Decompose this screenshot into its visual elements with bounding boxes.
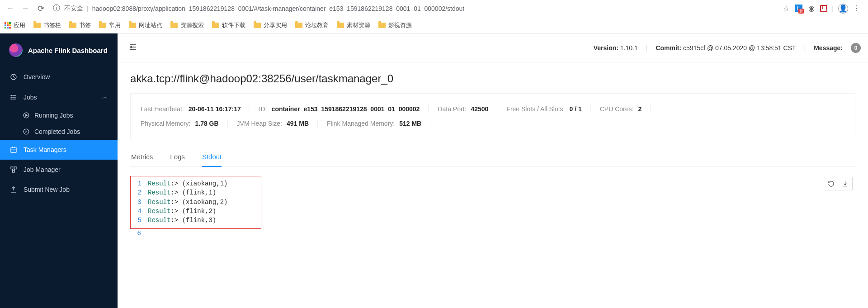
info-dataport: Data Port:42500 <box>438 102 488 116</box>
folder-icon <box>212 23 219 28</box>
tabs: Metrics Logs Stdout <box>130 147 855 167</box>
apps-shortcut[interactable]: 应用 <box>5 21 25 29</box>
browser-actions: ☆ 🅿新 ◉ | 👤 ⋮ <box>782 4 864 14</box>
svg-rect-15 <box>14 167 16 169</box>
folder-icon <box>99 23 106 28</box>
folder-icon <box>254 23 261 28</box>
nav-job-manager[interactable]: Job Manager <box>0 160 118 180</box>
bookmark-folder[interactable]: 论坛教育 <box>295 21 329 29</box>
bookmark-folder[interactable]: 书签 <box>69 21 91 29</box>
insecure-label: 不安全 <box>64 5 83 13</box>
play-circle-icon <box>23 112 30 119</box>
message-count-badge[interactable]: 0 <box>851 43 861 53</box>
nav-forward-button[interactable]: → <box>19 2 32 15</box>
code-line: 2Result:> (flink,1) <box>132 188 256 197</box>
code-keyword: Result <box>148 207 170 216</box>
nav-back-button[interactable]: ← <box>4 2 16 15</box>
nav-task-managers[interactable]: Task Managers <box>0 140 118 160</box>
separator: | <box>646 44 648 52</box>
folder-icon <box>337 23 344 28</box>
line-number: 3 <box>132 198 148 207</box>
bookmark-folder[interactable]: 网址站点 <box>129 21 162 29</box>
bookmark-folder[interactable]: 素材资源 <box>337 21 370 29</box>
bookmark-folder[interactable]: 常用 <box>99 21 121 29</box>
nav-submit-job[interactable]: Submit New Job <box>0 180 118 199</box>
bookmarks-bar: 应用 书签栏书签常用网址站点资源搜索软件下载分享实用论坛教育素材资源影视资源 <box>0 17 868 33</box>
code-keyword: Result <box>148 198 170 207</box>
nav-label: Submit New Job <box>24 186 70 193</box>
extension-icon-p[interactable]: 🅿新 <box>795 5 803 13</box>
page-title: akka.tcp://flink@hadoop02:38256/user/tas… <box>130 72 855 85</box>
version-value: 1.10.1 <box>620 44 638 52</box>
nav-label: Task Managers <box>24 146 66 153</box>
stdout-extra-line: 6 <box>130 229 855 238</box>
line-number: 5 <box>132 216 148 225</box>
dashboard-icon <box>10 73 17 81</box>
apps-icon <box>5 22 11 28</box>
bookmark-label: 书签 <box>79 21 91 29</box>
svg-point-6 <box>11 99 11 99</box>
nav-label: Job Manager <box>24 166 61 173</box>
nav-running-jobs[interactable]: Running Jobs <box>0 107 118 123</box>
tab-stdout[interactable]: Stdout <box>202 147 222 167</box>
bookmark-folder[interactable]: 资源搜索 <box>170 21 204 29</box>
line-number: 2 <box>132 188 148 197</box>
bookmark-label: 论坛教育 <box>305 21 329 29</box>
star-icon[interactable]: ☆ <box>782 5 790 13</box>
svg-point-4 <box>11 95 11 95</box>
address-bar[interactable]: ⓘ 不安全 | hadoop02:8088/proxy/application_… <box>50 2 779 15</box>
stdout-panel: 1Result:> (xiaokang,1)2Result:> (flink,1… <box>130 176 855 238</box>
code-line: 1Result:> (xiaokang,1) <box>132 179 256 188</box>
line-number: 1 <box>132 179 148 188</box>
folder-icon <box>129 23 136 28</box>
code-line: 5Result:> (flink,3) <box>132 216 256 225</box>
commit-label: Commit: <box>656 44 681 52</box>
nav-completed-jobs[interactable]: Completed Jobs <box>0 123 118 140</box>
info-managed: Flink Managed Memory:512 MB <box>327 116 421 131</box>
code-line: 3Result:> (xiaokang,2) <box>132 198 256 207</box>
version-label: Version: <box>594 44 618 52</box>
code-keyword: Result <box>148 179 170 188</box>
menu-fold-icon[interactable] <box>128 43 137 53</box>
svg-rect-10 <box>11 147 16 153</box>
apps-label: 应用 <box>14 21 25 29</box>
sidebar: Apache Flink Dashboard Overview Jobs ︿ R… <box>0 33 118 308</box>
nav-overview[interactable]: Overview <box>0 67 118 87</box>
content-area: akka.tcp://flink@hadoop02:38256/user/tas… <box>118 62 868 308</box>
bookmark-folder[interactable]: 影视资源 <box>378 21 412 29</box>
svg-rect-14 <box>11 167 13 169</box>
mcafee-icon[interactable] <box>820 5 827 12</box>
app-root: Apache Flink Dashboard Overview Jobs ︿ R… <box>0 33 868 308</box>
tab-metrics[interactable]: Metrics <box>131 147 153 167</box>
refresh-button[interactable] <box>824 177 838 190</box>
code-line: 4Result:> (flink,2) <box>132 207 256 216</box>
check-circle-icon <box>23 128 30 135</box>
kebab-menu-icon[interactable]: ⋮ <box>853 5 861 13</box>
nav-jobs[interactable]: Jobs ︿ <box>0 87 118 107</box>
bookmark-label: 书签栏 <box>43 21 61 29</box>
download-button[interactable] <box>838 177 853 190</box>
bookmark-label: 素材资源 <box>347 21 370 29</box>
extension-icon-circle[interactable]: ◉ <box>807 5 816 13</box>
bookmark-label: 分享实用 <box>264 21 287 29</box>
code-keyword: Result <box>148 216 170 225</box>
flink-logo-icon <box>9 43 23 57</box>
browser-toolbar: ← → ⟳ ⓘ 不安全 | hadoop02:8088/proxy/applic… <box>0 0 868 17</box>
tab-logs[interactable]: Logs <box>170 147 185 167</box>
folder-icon <box>33 23 41 28</box>
bookmark-folder[interactable]: 分享实用 <box>254 21 287 29</box>
code-text: :> (flink,2) <box>170 207 216 216</box>
separator: | <box>804 44 806 52</box>
code-text: :> (flink,1) <box>170 188 216 197</box>
bookmark-folder[interactable]: 软件下载 <box>212 21 245 29</box>
message-label: Message: <box>814 44 843 52</box>
code-text: :> (xiaokang,1) <box>170 179 227 188</box>
nav-label: Running Jobs <box>34 112 73 119</box>
stdout-code: 1Result:> (xiaokang,1)2Result:> (flink,1… <box>130 176 261 229</box>
brand[interactable]: Apache Flink Dashboard <box>0 33 118 67</box>
profile-icon[interactable]: 👤 <box>838 4 848 14</box>
nav-label: Completed Jobs <box>34 128 80 135</box>
main-content: Version: 1.10.1 | Commit: c5915cf @ 07.0… <box>118 33 868 308</box>
bookmark-folder[interactable]: 书签栏 <box>33 21 61 29</box>
nav-reload-button[interactable]: ⟳ <box>34 2 47 15</box>
